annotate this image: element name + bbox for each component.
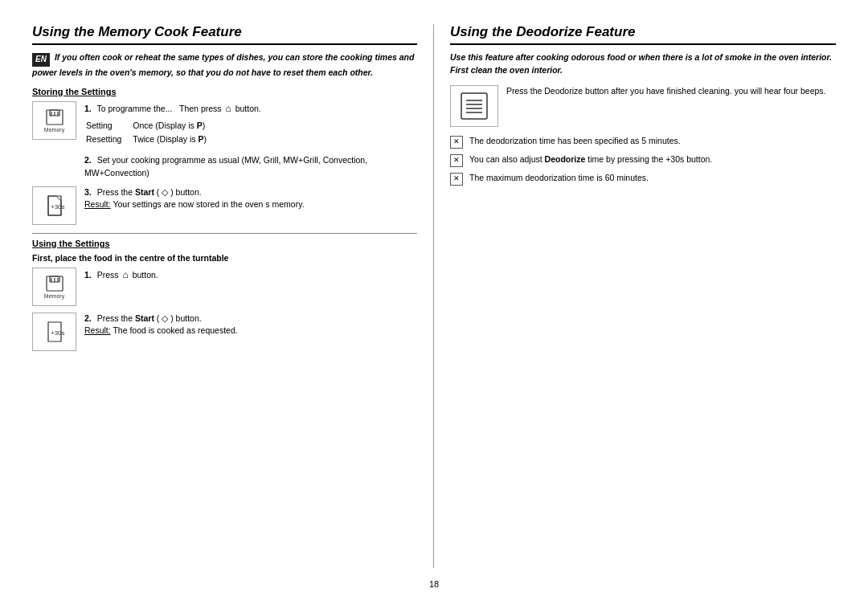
bullet-list: ✕ The deodorization time has been specif… <box>450 135 836 186</box>
step3-content: 3. Press the Start ( ◇ ) button. Result:… <box>84 186 417 212</box>
using-step1-content: 1. Press ⌂ button. <box>84 268 417 282</box>
plus30s-button-box: +30s <box>32 186 76 225</box>
memory-label-2: Memory <box>44 293 64 299</box>
step3-row: +30s 3. Press the Start ( ◇ ) button. Re… <box>32 186 417 225</box>
memory-label: Memory <box>44 127 64 133</box>
deodorize-button-box <box>450 85 498 127</box>
left-section-title: Using the Memory Cook Feature <box>32 24 417 45</box>
en-badge: EN <box>32 53 50 67</box>
setting-label: Setting <box>86 120 131 133</box>
svg-text:+30s: +30s <box>51 329 65 337</box>
left-column: Using the Memory Cook Feature ENIf you o… <box>32 24 434 568</box>
plus30s-icon-2: +30s <box>40 317 69 346</box>
result-label-using2: Result: <box>84 325 111 335</box>
using-settings-subheading: First, place the food in the centre of t… <box>32 253 417 263</box>
resetting-label: Resetting <box>86 133 131 146</box>
memory-button-box: Memory <box>32 101 76 140</box>
using-step2-row: +30s 2. Press the Start ( ◇ ) button. Re… <box>32 313 417 351</box>
svg-rect-15 <box>461 93 487 119</box>
bullet-item-3: ✕ The maximum deodorization time is 60 m… <box>450 172 836 186</box>
step1-table: Setting Once (Display is P) Resetting Tw… <box>84 118 218 149</box>
memory-button-box-2: Memory <box>32 268 76 306</box>
deodorize-box-row: Press the Deodorize button after you hav… <box>450 85 836 127</box>
bullet-icon-1: ✕ <box>450 136 463 149</box>
plus30s-icon: +30s <box>40 191 69 220</box>
bullet-item-1: ✕ The deodorization time has been specif… <box>450 135 836 149</box>
storing-settings-heading: Storing the Settings <box>32 87 417 96</box>
step2-row: 2. Set your cooking programme as usual (… <box>32 154 417 180</box>
right-column: Using the Deodorize Feature Use this fea… <box>434 24 836 568</box>
memory-icon-2: Memory <box>40 274 69 300</box>
svg-text:+30s: +30s <box>51 203 65 210</box>
deodorize-description: Press the Deodorize button after you hav… <box>506 85 836 98</box>
divider <box>32 233 417 234</box>
result-label-3: Result: <box>84 199 111 209</box>
bullet-icon-2: ✕ <box>450 154 463 167</box>
start-icon: ◇ <box>162 187 168 197</box>
step1-content: 1. To programme the... Then press ⌂ butt… <box>84 101 417 149</box>
step2-content: 2. Set your cooking programme as usual (… <box>84 154 417 180</box>
right-intro: Use this feature after cooking odorous f… <box>450 51 836 77</box>
page-number: 18 <box>32 576 836 589</box>
plus30s-button-box-2: +30s <box>32 313 76 351</box>
using-step2-content: 2. Press the Start ( ◇ ) button. Result:… <box>84 313 417 338</box>
bullet-icon-3: ✕ <box>450 173 463 186</box>
right-section-title: Using the Deodorize Feature <box>450 24 836 45</box>
bullet-item-2: ✕ You can also adjust Deodorize time by … <box>450 153 836 167</box>
intro-block: ENIf you often cook or reheat the same t… <box>32 51 417 79</box>
using-settings-heading: Using the Settings <box>32 239 417 248</box>
page: Using the Memory Cook Feature ENIf you o… <box>0 0 868 613</box>
memory-icon: Memory <box>40 108 69 133</box>
resetting-value: Twice (Display is P) <box>133 133 216 146</box>
setting-value: Once (Display is P) <box>133 120 216 133</box>
using-step1-row: Memory 1. Press ⌂ button. <box>32 268 417 306</box>
step1-row: Memory 1. To programme the... Then press… <box>32 101 417 149</box>
